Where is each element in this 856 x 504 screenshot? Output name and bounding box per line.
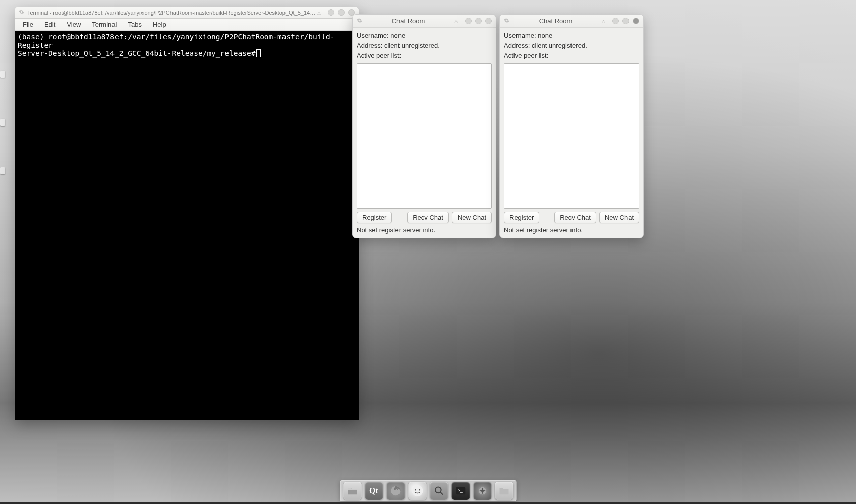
menu-terminal[interactable]: Terminal	[87, 20, 122, 29]
terminal-line: (base) root@bbfd11a878ef:/var/files/yany…	[18, 33, 356, 49]
terminal-line: Server-Desktop_Qt_5_14_2_GCC_64bit-Relea…	[18, 49, 356, 58]
gear-icon	[504, 17, 509, 25]
minimize-icon[interactable]	[328, 9, 334, 16]
register-button[interactable]: Register	[504, 212, 539, 223]
menu-tabs[interactable]: Tabs	[123, 20, 146, 29]
pin-icon[interactable]: △	[454, 19, 458, 24]
address-label: Address: client unregistered.	[357, 42, 492, 49]
recv-chat-button[interactable]: Recv Chat	[407, 212, 449, 223]
chatroom-title: Chat Room	[362, 17, 454, 25]
peer-list[interactable]	[504, 63, 639, 209]
dock-firefox-icon[interactable]	[386, 482, 405, 500]
minimize-icon[interactable]	[465, 18, 472, 24]
svg-point-3	[419, 489, 420, 491]
pin-icon[interactable]: △	[317, 10, 321, 15]
peer-list-label: Active peer list:	[357, 52, 492, 59]
dock-finder-icon[interactable]	[408, 482, 426, 500]
username-label: Username: none	[357, 32, 492, 39]
svg-text:>_: >_	[458, 488, 463, 493]
dock-compass-icon[interactable]	[473, 482, 491, 500]
gear-icon	[357, 17, 362, 25]
terminal-body[interactable]: (base) root@bbfd11a878ef:/var/files/yany…	[15, 31, 359, 420]
pin-icon[interactable]: △	[602, 19, 605, 24]
close-icon[interactable]	[485, 18, 492, 24]
menu-view[interactable]: View	[62, 20, 86, 29]
terminal-title: Terminal - root@bbfd11a878ef: /var/files…	[27, 10, 317, 16]
menu-help[interactable]: Help	[148, 20, 172, 29]
close-icon[interactable]	[633, 18, 639, 24]
dock[interactable]: Qt >_	[340, 480, 516, 501]
username-label: Username: none	[504, 32, 639, 39]
register-button[interactable]: Register	[357, 212, 392, 223]
maximize-icon[interactable]	[338, 9, 345, 16]
svg-point-2	[415, 489, 416, 491]
new-chat-button[interactable]: New Chat	[599, 212, 639, 223]
chatroom-title: Chat Room	[509, 17, 602, 25]
taskbar[interactable]	[0, 502, 856, 504]
peer-list-label: Active peer list:	[504, 52, 639, 59]
terminal-menubar[interactable]: File Edit View Terminal Tabs Help	[15, 19, 359, 31]
svg-point-4	[435, 487, 441, 493]
address-label: Address: client unregistered.	[504, 42, 639, 49]
status-label: Not set register server info.	[500, 225, 643, 238]
dock-terminal-icon[interactable]: >_	[451, 482, 470, 500]
menu-edit[interactable]: Edit	[39, 20, 61, 29]
peer-list[interactable]	[357, 63, 492, 209]
maximize-icon[interactable]	[475, 18, 482, 24]
svg-line-5	[440, 492, 443, 495]
maximize-icon[interactable]	[622, 18, 629, 24]
desktop-icons-partial	[0, 71, 9, 247]
terminal-window[interactable]: Terminal - root@bbfd11a878ef: /var/files…	[15, 7, 359, 420]
dock-folder-icon[interactable]	[495, 482, 513, 500]
svg-point-1	[412, 485, 423, 496]
dock-search-icon[interactable]	[430, 482, 448, 500]
chatroom-titlebar[interactable]: Chat Room △	[353, 15, 496, 28]
recv-chat-button[interactable]: Recv Chat	[554, 212, 596, 223]
chatroom-titlebar[interactable]: Chat Room △	[500, 15, 643, 28]
minimize-icon[interactable]	[612, 18, 619, 24]
chatroom-window-2[interactable]: Chat Room △ Username: none Address: clie…	[499, 14, 644, 238]
status-label: Not set register server info.	[353, 225, 496, 238]
cursor-icon	[256, 49, 261, 57]
new-chat-button[interactable]: New Chat	[452, 212, 492, 223]
menu-file[interactable]: File	[18, 20, 38, 29]
terminal-titlebar[interactable]: Terminal - root@bbfd11a878ef: /var/files…	[15, 7, 359, 19]
dock-qt-icon[interactable]: Qt	[365, 482, 383, 500]
dock-files-icon[interactable]	[343, 482, 361, 500]
chatroom-window-1[interactable]: Chat Room △ Username: none Address: clie…	[352, 14, 496, 238]
gear-icon	[19, 9, 24, 16]
